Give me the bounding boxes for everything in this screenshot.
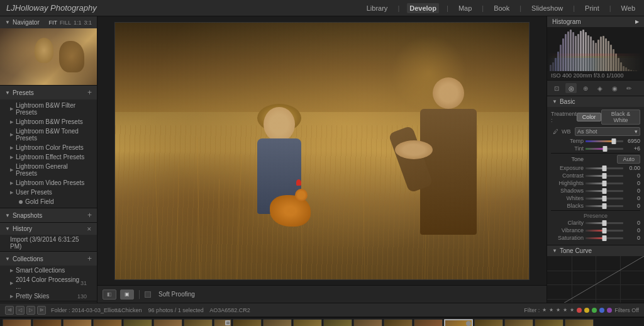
bw-treatment-btn[interactable]: Black & White: [601, 110, 640, 125]
filmstrip-thumb-7[interactable]: [184, 319, 213, 327]
filmstrip-thumb-12[interactable]: [323, 319, 352, 327]
nav-first-arrow[interactable]: ⊲: [5, 306, 14, 315]
histogram-header[interactable]: Histogram ▶: [547, 16, 644, 27]
filter-blue-dot[interactable]: [599, 308, 604, 313]
history-header[interactable]: ▼ History ✕: [0, 223, 97, 235]
nav-web[interactable]: Web: [619, 3, 638, 13]
nav-develop[interactable]: Develop: [407, 3, 439, 13]
zoom-fit[interactable]: FIT: [48, 20, 57, 26]
tone-curve-canvas: [547, 256, 644, 303]
color-treatment-btn[interactable]: Color: [577, 113, 602, 121]
filmstrip-thumb-13[interactable]: [353, 319, 382, 327]
filmstrip-thumb-19[interactable]: [535, 319, 564, 327]
filmstrip-thumb-6[interactable]: [153, 319, 182, 327]
filmstrip-thumb-15[interactable]: [414, 319, 443, 327]
blacks-slider[interactable]: [586, 205, 623, 207]
nav-prev-arrow[interactable]: ◁: [16, 306, 25, 315]
preset-video[interactable]: ▶ Lightroom Video Presets: [0, 178, 97, 188]
snapshots-section: ▼ Snapshots +: [0, 208, 97, 223]
preset-bw-filter[interactable]: ▶ Lightroom B&W Filter Presets: [0, 101, 97, 117]
shadows-slider-row: Shadows 0: [551, 188, 640, 194]
heal-tool-icon[interactable]: ◎: [565, 83, 577, 93]
filmstrip-thumb-2[interactable]: [33, 319, 62, 327]
filter-red-dot[interactable]: [577, 308, 582, 313]
filmstrip-thumb-selected[interactable]: [444, 319, 473, 327]
collections-add-icon[interactable]: +: [87, 254, 92, 263]
filmstrip-thumb-4[interactable]: [93, 319, 122, 327]
nav-next-arrow[interactable]: ▷: [26, 306, 35, 315]
snapshots-add-icon[interactable]: +: [87, 211, 92, 220]
collection-2014[interactable]: ▶ 2014 Color Processing ... 31: [0, 275, 97, 291]
star-3[interactable]: ★: [556, 307, 560, 313]
brush-tool-icon[interactable]: ✏: [623, 83, 635, 93]
preset-general[interactable]: ▶ Lightroom General Presets: [0, 162, 97, 178]
crop-tool-icon[interactable]: ⊡: [551, 83, 562, 93]
preset-gold-field[interactable]: Gold Field: [0, 197, 97, 206]
snapshots-header[interactable]: ▼ Snapshots +: [0, 208, 97, 222]
zoom-1-1[interactable]: 1:1: [74, 20, 82, 26]
wb-dropdown[interactable]: As Shot ▾: [575, 127, 640, 136]
preset-bw[interactable]: ▶ Lightroom B&W Presets: [0, 117, 97, 126]
whites-slider[interactable]: [586, 198, 623, 200]
nav-book[interactable]: Book: [491, 3, 512, 13]
auto-btn[interactable]: Auto: [617, 155, 640, 164]
collection-pretty-skies[interactable]: ▶ Pretty Skies 130: [0, 291, 97, 301]
temp-slider[interactable]: [586, 140, 623, 142]
filmstrip-thumb-18[interactable]: [504, 319, 533, 327]
navigator-header[interactable]: ▼ Navigator FIT FILL 1:1 3:1: [0, 16, 97, 28]
history-item-import[interactable]: Import (3/9/2014 6:31:25 PM): [0, 235, 97, 251]
filmstrip-thumb-11[interactable]: [293, 319, 322, 327]
filmstrip-thumb-20[interactable]: [565, 319, 594, 327]
basic-section-header[interactable]: ▼ Basic: [547, 96, 644, 107]
filmstrip-thumb-10[interactable]: [263, 319, 292, 327]
filmstrip-thumb-3[interactable]: [63, 319, 92, 327]
filmstrip-thumb-5[interactable]: [123, 319, 152, 327]
filter-yellow-dot[interactable]: [584, 308, 589, 313]
saturation-slider[interactable]: [586, 237, 623, 239]
presets-header[interactable]: ▼ Presets +: [0, 86, 97, 99]
filmstrip-thumb-1[interactable]: [3, 319, 31, 327]
presets-section: ▼ Presets + ▶ Lightroom B&W Filter Prese…: [0, 86, 97, 208]
grid-view-btn[interactable]: ▣: [120, 289, 134, 300]
tint-slider[interactable]: [586, 148, 623, 150]
collections-section: ▼ Collections + ▶ Smart Collections ▶ 20…: [0, 252, 97, 301]
history-close-icon[interactable]: ✕: [87, 226, 92, 232]
single-view-btn[interactable]: ◧: [103, 289, 116, 300]
star-1[interactable]: ★: [542, 307, 547, 313]
tone-curve-header[interactable]: ▼ Tone Curve: [547, 245, 644, 256]
zoom-fill[interactable]: FILL: [60, 20, 71, 26]
filmstrip-thumb-9[interactable]: [233, 319, 262, 327]
exposure-slider[interactable]: [586, 167, 623, 169]
wb-eyedropper-icon[interactable]: 🖊: [551, 127, 560, 136]
filter-green-dot[interactable]: [592, 308, 597, 313]
nav-print[interactable]: Print: [582, 3, 602, 13]
collection-smart[interactable]: ▶ Smart Collections: [0, 266, 97, 275]
clarity-slider[interactable]: [586, 222, 623, 224]
filmstrip-thumb-14[interactable]: [384, 319, 413, 327]
preset-user[interactable]: ▶ User Presets: [0, 188, 97, 197]
collections-header[interactable]: ▼ Collections +: [0, 252, 97, 266]
star-5[interactable]: ★: [570, 307, 574, 313]
nav-slideshow[interactable]: Slideshow: [529, 3, 565, 13]
radial-filter-icon[interactable]: ◉: [609, 83, 620, 93]
nav-last-arrow[interactable]: ⊳: [37, 306, 46, 315]
star-4[interactable]: ★: [563, 307, 567, 313]
filmstrip-thumb-8[interactable]: ⊞: [214, 319, 231, 327]
soft-proof-checkbox[interactable]: [145, 291, 151, 298]
contrast-slider[interactable]: [586, 175, 623, 177]
presets-add-icon[interactable]: +: [87, 88, 92, 97]
preset-bw-toned[interactable]: ▶ Lightroom B&W Toned Presets: [0, 126, 97, 143]
redeye-tool-icon[interactable]: ⊕: [580, 83, 591, 93]
nav-map[interactable]: Map: [456, 3, 474, 13]
zoom-3-1[interactable]: 3:1: [84, 20, 92, 26]
vibrance-slider[interactable]: [586, 230, 623, 232]
preset-effect[interactable]: ▶ Lightroom Effect Presets: [0, 152, 97, 162]
filmstrip-thumb-17[interactable]: [474, 319, 503, 327]
highlights-slider[interactable]: [586, 183, 623, 184]
shadows-slider[interactable]: [586, 190, 623, 192]
preset-color[interactable]: ▶ Lightroom Color Presets: [0, 143, 97, 152]
graduated-filter-icon[interactable]: ◈: [594, 83, 606, 93]
filter-purple-dot[interactable]: [607, 308, 612, 313]
star-2[interactable]: ★: [549, 307, 553, 313]
nav-library[interactable]: Library: [364, 3, 391, 13]
